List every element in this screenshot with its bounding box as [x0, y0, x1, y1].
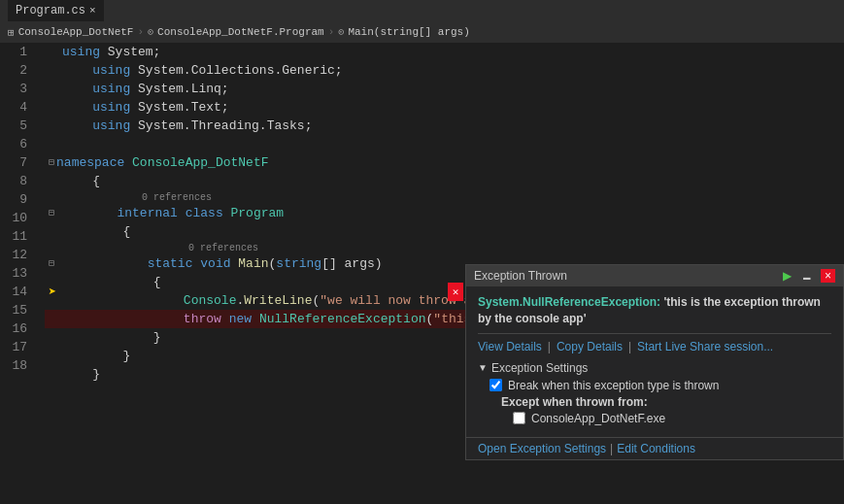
close-popup-button[interactable]: ×	[821, 269, 835, 283]
exception-popup-title: Exception Thrown	[474, 269, 567, 283]
break-setting: Break when this exception type is thrown	[478, 379, 831, 392]
line-number-6: 6	[0, 135, 35, 153]
live-share-link[interactable]: Start Live Share session...	[637, 340, 773, 353]
exception-body: System.NullReferenceException: 'this is …	[466, 286, 843, 437]
exception-popup: Exception Thrown ▶ 🗕 × System.NullRefere…	[465, 264, 844, 460]
view-details-link[interactable]: View Details	[478, 340, 542, 353]
code-line-8: {	[45, 172, 844, 190]
exception-footer: Open Exception Settings | Edit Condition…	[466, 437, 843, 459]
line-number-5: 5	[0, 117, 35, 135]
header-actions: ▶ 🗕 ×	[781, 269, 835, 283]
tab-close-icon[interactable]: ×	[89, 5, 96, 17]
collapse-icon-7[interactable]: ⊟	[49, 153, 54, 172]
project-icon: ⊞	[8, 26, 15, 39]
collapse-icon-11[interactable]: ⊟	[49, 254, 54, 273]
continue-button[interactable]: ▶	[781, 269, 793, 283]
exception-links: View Details | Copy Details | Start Live…	[478, 340, 831, 353]
ref-label-9: 0 references	[45, 190, 844, 204]
breadcrumb-method[interactable]: Main(string[] args)	[348, 26, 469, 38]
divider1	[478, 333, 831, 334]
line-number-4: 4	[0, 98, 35, 117]
app-exception-checkbox[interactable]	[513, 412, 525, 424]
app-label: ConsoleApp_DotNetF.exe	[531, 412, 665, 425]
breadcrumb-class[interactable]: ConsoleApp_DotNetF.Program	[157, 26, 324, 38]
breadcrumb-bar: ⊞ ConsoleApp_DotNetF › ⊙ ConsoleApp_DotN…	[0, 21, 844, 43]
collapse-icon-9[interactable]: ⊟	[49, 204, 54, 222]
line-number-7: 7	[0, 153, 35, 172]
line-number-16: 16	[0, 319, 35, 338]
line-number-1: 1	[0, 43, 35, 61]
line-number-12: 12	[0, 246, 35, 264]
line-number-17: 17	[0, 338, 35, 356]
line-number-2: 2	[0, 61, 35, 80]
line-number-10: 10	[0, 209, 35, 227]
triangle-icon: ▼	[478, 362, 488, 373]
exception-type: System.NullReferenceException:	[478, 295, 660, 309]
line-number-14: 14	[0, 283, 35, 301]
app-exception-item: ConsoleApp_DotNetF.exe	[478, 412, 831, 425]
code-line-3: using System.Linq;	[45, 80, 844, 98]
line-number-9: 9	[0, 190, 35, 209]
break-checkbox[interactable]	[490, 379, 502, 391]
editor-area: 123456789101112131415161718 using System…	[0, 43, 844, 504]
code-line-10: {	[45, 222, 844, 241]
exception-settings: ▼ Exception Settings Break when this exc…	[478, 361, 831, 425]
line-number-3: 3	[0, 80, 35, 98]
file-tab[interactable]: Program.cs ×	[8, 0, 104, 21]
except-when-label: Except when thrown from:	[478, 395, 831, 409]
exception-header: Exception Thrown ▶ 🗕 ×	[466, 265, 843, 286]
error-indicator[interactable]: ✕	[448, 283, 463, 301]
code-line-1: using System;	[45, 43, 844, 61]
class-icon: ⊙	[148, 26, 153, 38]
line-numbers-gutter: 123456789101112131415161718	[0, 43, 45, 504]
breadcrumb-project[interactable]: ConsoleApp_DotNetF	[18, 26, 134, 38]
line-number-8: 8	[0, 172, 35, 190]
exception-message: System.NullReferenceException: 'this is …	[478, 294, 831, 327]
break-label: Break when this exception type is thrown	[508, 379, 719, 392]
edit-conditions-link[interactable]: Edit Conditions	[617, 442, 695, 455]
code-line-7: ⊟namespace ConsoleApp_DotNetF	[45, 153, 844, 172]
line-number-15: 15	[0, 301, 35, 319]
code-line-4: using System.Text;	[45, 98, 844, 117]
code-line-6	[45, 135, 844, 153]
code-line-2: using System.Collections.Generic;	[45, 61, 844, 80]
title-bar: Program.cs ×	[0, 0, 844, 21]
code-line-5: using System.Threading.Tasks;	[45, 117, 844, 135]
pin-button[interactable]: 🗕	[799, 269, 815, 283]
settings-section-label: Exception Settings	[491, 361, 588, 375]
method-icon: ⊙	[338, 26, 344, 38]
copy-details-link[interactable]: Copy Details	[557, 340, 623, 353]
current-line-arrow: ➤	[45, 283, 60, 301]
settings-header[interactable]: ▼ Exception Settings	[478, 361, 831, 375]
line-number-11: 11	[0, 227, 35, 246]
line-number-18: 18	[0, 356, 35, 375]
tab-label: Program.cs	[16, 4, 85, 17]
code-line-9: ⊟ internal class Program	[45, 204, 844, 222]
ref-label-11: 0 references	[45, 241, 844, 254]
open-settings-link[interactable]: Open Exception Settings	[478, 442, 606, 455]
line-number-13: 13	[0, 264, 35, 283]
